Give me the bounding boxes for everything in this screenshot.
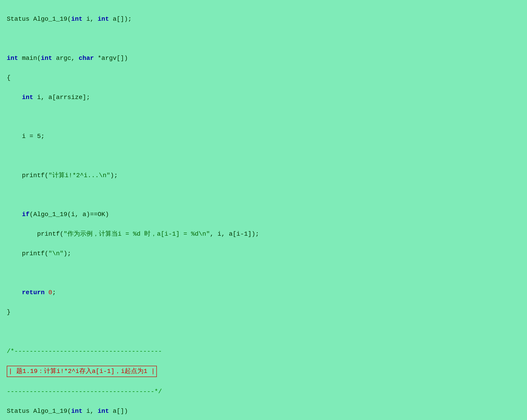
line-comment-end: ---------------------------------------*… [7, 387, 520, 396]
line-4: int i, a[arrsize]; [7, 93, 520, 102]
line-10: return 0; [7, 288, 520, 297]
line-7: if(Algo_1_19(i, a)==OK) [7, 210, 520, 219]
line-9: printf("\n"); [7, 249, 520, 258]
line-1: Status Algo_1_19(int i, int a[]); [7, 14, 520, 24]
line-blank-3 [7, 151, 520, 161]
line-blank-2 [7, 112, 520, 122]
line-5: i = 5; [7, 131, 520, 141]
line-6: printf("计算i!*2^i...\n"); [7, 171, 520, 180]
line-comment-content: | 题1.19：计算i!*2^i存入a[i-1]，i起点为1 | [7, 366, 520, 377]
line-3: { [7, 73, 520, 83]
line-2: int main(int argc, char *argv[]) [7, 53, 520, 63]
line-blank-6 [7, 327, 520, 336]
line-blank-1 [7, 34, 520, 43]
line-blank-5 [7, 268, 520, 278]
line-12: Status Algo_1_19(int i, int a[]) [7, 406, 520, 416]
line-blank-4 [7, 190, 520, 200]
code-editor: Status Algo_1_19(int i, int a[]); int ma… [7, 4, 520, 420]
line-comment-start: /*--------------------------------------… [7, 346, 520, 356]
line-8: printf("作为示例，计算当i = %d 时，a[i-1] = %d\n",… [7, 229, 520, 239]
line-11: } [7, 307, 520, 317]
